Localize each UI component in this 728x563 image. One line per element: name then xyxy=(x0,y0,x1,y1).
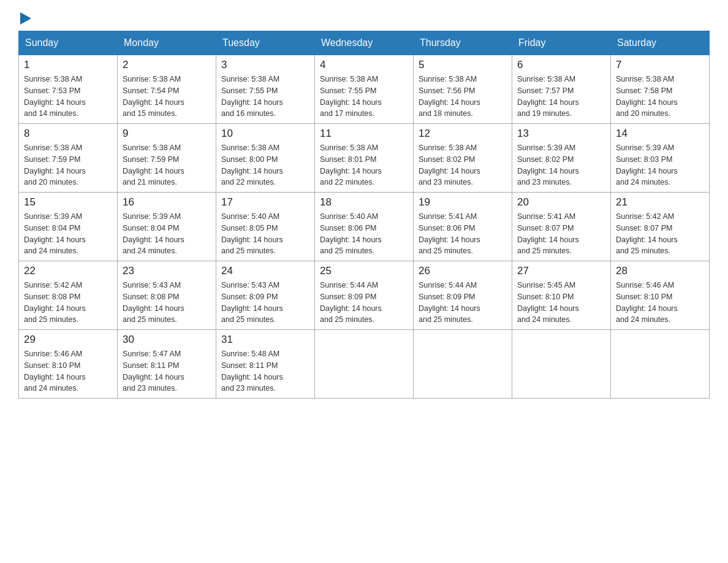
calendar-cell: 19 Sunrise: 5:41 AM Sunset: 8:06 PM Dayl… xyxy=(414,193,512,261)
day-info: Sunrise: 5:43 AM Sunset: 8:08 PM Dayligh… xyxy=(123,280,211,326)
day-info: Sunrise: 5:38 AM Sunset: 8:00 PM Dayligh… xyxy=(221,142,309,188)
day-info: Sunrise: 5:46 AM Sunset: 8:10 PM Dayligh… xyxy=(24,348,112,394)
calendar-cell: 26 Sunrise: 5:44 AM Sunset: 8:09 PM Dayl… xyxy=(414,261,512,330)
day-number: 3 xyxy=(221,59,309,71)
day-number: 6 xyxy=(517,59,605,71)
calendar-table: SundayMondayTuesdayWednesdayThursdayFrid… xyxy=(18,31,710,399)
day-info: Sunrise: 5:46 AM Sunset: 8:10 PM Dayligh… xyxy=(616,280,704,326)
calendar-cell: 3 Sunrise: 5:38 AM Sunset: 7:55 PM Dayli… xyxy=(216,55,315,124)
day-info: Sunrise: 5:40 AM Sunset: 8:05 PM Dayligh… xyxy=(221,211,309,257)
day-number: 16 xyxy=(123,196,211,209)
day-info: Sunrise: 5:44 AM Sunset: 8:09 PM Dayligh… xyxy=(419,280,507,326)
day-info: Sunrise: 5:48 AM Sunset: 8:11 PM Dayligh… xyxy=(221,348,309,394)
day-info: Sunrise: 5:38 AM Sunset: 7:59 PM Dayligh… xyxy=(123,142,211,188)
day-number: 4 xyxy=(320,59,408,71)
calendar-cell: 9 Sunrise: 5:38 AM Sunset: 7:59 PM Dayli… xyxy=(118,124,216,193)
calendar-cell: 30 Sunrise: 5:47 AM Sunset: 8:11 PM Dayl… xyxy=(118,330,216,399)
weekday-header-thursday: Thursday xyxy=(414,31,512,55)
day-number: 12 xyxy=(419,128,507,140)
day-info: Sunrise: 5:38 AM Sunset: 7:55 PM Dayligh… xyxy=(320,74,408,120)
day-info: Sunrise: 5:38 AM Sunset: 7:57 PM Dayligh… xyxy=(517,74,605,120)
calendar-cell xyxy=(512,330,611,399)
calendar-cell: 17 Sunrise: 5:40 AM Sunset: 8:05 PM Dayl… xyxy=(216,193,315,261)
day-number: 25 xyxy=(320,265,408,277)
calendar-cell: 6 Sunrise: 5:38 AM Sunset: 7:57 PM Dayli… xyxy=(512,55,611,124)
calendar-cell: 18 Sunrise: 5:40 AM Sunset: 8:06 PM Dayl… xyxy=(315,193,414,261)
weekday-header-wednesday: Wednesday xyxy=(315,31,414,55)
day-info: Sunrise: 5:44 AM Sunset: 8:09 PM Dayligh… xyxy=(320,280,408,326)
weekday-header-friday: Friday xyxy=(512,31,611,55)
day-info: Sunrise: 5:41 AM Sunset: 8:07 PM Dayligh… xyxy=(517,211,605,257)
calendar-cell: 12 Sunrise: 5:38 AM Sunset: 8:02 PM Dayl… xyxy=(414,124,512,193)
calendar-cell: 29 Sunrise: 5:46 AM Sunset: 8:10 PM Dayl… xyxy=(19,330,118,399)
calendar-cell: 25 Sunrise: 5:44 AM Sunset: 8:09 PM Dayl… xyxy=(315,261,414,330)
logo xyxy=(18,12,31,25)
calendar-cell: 22 Sunrise: 5:42 AM Sunset: 8:08 PM Dayl… xyxy=(19,261,118,330)
day-info: Sunrise: 5:41 AM Sunset: 8:06 PM Dayligh… xyxy=(419,211,507,257)
day-info: Sunrise: 5:47 AM Sunset: 8:11 PM Dayligh… xyxy=(123,348,211,394)
day-info: Sunrise: 5:45 AM Sunset: 8:10 PM Dayligh… xyxy=(517,280,605,326)
calendar-cell: 21 Sunrise: 5:42 AM Sunset: 8:07 PM Dayl… xyxy=(611,193,710,261)
day-number: 10 xyxy=(221,128,309,140)
calendar-cell: 7 Sunrise: 5:38 AM Sunset: 7:58 PM Dayli… xyxy=(611,55,710,124)
day-number: 13 xyxy=(517,128,605,140)
calendar-cell: 2 Sunrise: 5:38 AM Sunset: 7:54 PM Dayli… xyxy=(118,55,216,124)
calendar-cell: 8 Sunrise: 5:38 AM Sunset: 7:59 PM Dayli… xyxy=(19,124,118,193)
calendar-week-row: 29 Sunrise: 5:46 AM Sunset: 8:10 PM Dayl… xyxy=(19,330,710,399)
day-info: Sunrise: 5:40 AM Sunset: 8:06 PM Dayligh… xyxy=(320,211,408,257)
day-number: 19 xyxy=(419,196,507,209)
day-number: 21 xyxy=(616,196,704,209)
calendar-cell: 23 Sunrise: 5:43 AM Sunset: 8:08 PM Dayl… xyxy=(118,261,216,330)
day-number: 17 xyxy=(221,196,309,209)
calendar-cell: 10 Sunrise: 5:38 AM Sunset: 8:00 PM Dayl… xyxy=(216,124,315,193)
weekday-header-sunday: Sunday xyxy=(19,31,118,55)
calendar-cell: 27 Sunrise: 5:45 AM Sunset: 8:10 PM Dayl… xyxy=(512,261,611,330)
weekday-header-tuesday: Tuesday xyxy=(216,31,315,55)
day-number: 11 xyxy=(320,128,408,140)
calendar-cell: 4 Sunrise: 5:38 AM Sunset: 7:55 PM Dayli… xyxy=(315,55,414,124)
page-header xyxy=(18,12,710,25)
calendar-week-row: 22 Sunrise: 5:42 AM Sunset: 8:08 PM Dayl… xyxy=(19,261,710,330)
calendar-cell: 31 Sunrise: 5:48 AM Sunset: 8:11 PM Dayl… xyxy=(216,330,315,399)
day-info: Sunrise: 5:39 AM Sunset: 8:04 PM Dayligh… xyxy=(123,211,211,257)
calendar-week-row: 15 Sunrise: 5:39 AM Sunset: 8:04 PM Dayl… xyxy=(19,193,710,261)
day-info: Sunrise: 5:38 AM Sunset: 7:55 PM Dayligh… xyxy=(221,74,309,120)
calendar-week-row: 8 Sunrise: 5:38 AM Sunset: 7:59 PM Dayli… xyxy=(19,124,710,193)
day-info: Sunrise: 5:43 AM Sunset: 8:09 PM Dayligh… xyxy=(221,280,309,326)
calendar-cell xyxy=(315,330,414,399)
day-info: Sunrise: 5:38 AM Sunset: 8:01 PM Dayligh… xyxy=(320,142,408,188)
calendar-cell: 28 Sunrise: 5:46 AM Sunset: 8:10 PM Dayl… xyxy=(611,261,710,330)
day-info: Sunrise: 5:42 AM Sunset: 8:08 PM Dayligh… xyxy=(24,280,112,326)
day-number: 27 xyxy=(517,265,605,277)
day-number: 26 xyxy=(419,265,507,277)
calendar-cell: 13 Sunrise: 5:39 AM Sunset: 8:02 PM Dayl… xyxy=(512,124,611,193)
day-number: 30 xyxy=(123,334,211,346)
day-number: 5 xyxy=(419,59,507,71)
day-info: Sunrise: 5:38 AM Sunset: 7:56 PM Dayligh… xyxy=(419,74,507,120)
calendar-cell: 24 Sunrise: 5:43 AM Sunset: 8:09 PM Dayl… xyxy=(216,261,315,330)
day-info: Sunrise: 5:38 AM Sunset: 7:58 PM Dayligh… xyxy=(616,74,704,120)
day-number: 20 xyxy=(517,196,605,209)
calendar-cell: 16 Sunrise: 5:39 AM Sunset: 8:04 PM Dayl… xyxy=(118,193,216,261)
day-info: Sunrise: 5:38 AM Sunset: 7:53 PM Dayligh… xyxy=(24,74,112,120)
day-number: 1 xyxy=(24,59,112,71)
logo-top-row xyxy=(18,12,31,25)
day-number: 15 xyxy=(24,196,112,209)
weekday-header-monday: Monday xyxy=(118,31,216,55)
day-info: Sunrise: 5:38 AM Sunset: 8:02 PM Dayligh… xyxy=(419,142,507,188)
calendar-week-row: 1 Sunrise: 5:38 AM Sunset: 7:53 PM Dayli… xyxy=(19,55,710,124)
calendar-cell: 14 Sunrise: 5:39 AM Sunset: 8:03 PM Dayl… xyxy=(611,124,710,193)
day-number: 22 xyxy=(24,265,112,277)
day-number: 31 xyxy=(221,334,309,346)
day-number: 14 xyxy=(616,128,704,140)
day-info: Sunrise: 5:39 AM Sunset: 8:04 PM Dayligh… xyxy=(24,211,112,257)
day-number: 29 xyxy=(24,334,112,346)
day-info: Sunrise: 5:39 AM Sunset: 8:03 PM Dayligh… xyxy=(616,142,704,188)
weekday-header-saturday: Saturday xyxy=(611,31,710,55)
day-number: 2 xyxy=(123,59,211,71)
day-number: 23 xyxy=(123,265,211,277)
calendar-cell: 5 Sunrise: 5:38 AM Sunset: 7:56 PM Dayli… xyxy=(414,55,512,124)
day-number: 8 xyxy=(24,128,112,140)
logo-group xyxy=(18,12,31,25)
weekday-header-row: SundayMondayTuesdayWednesdayThursdayFrid… xyxy=(19,31,710,55)
